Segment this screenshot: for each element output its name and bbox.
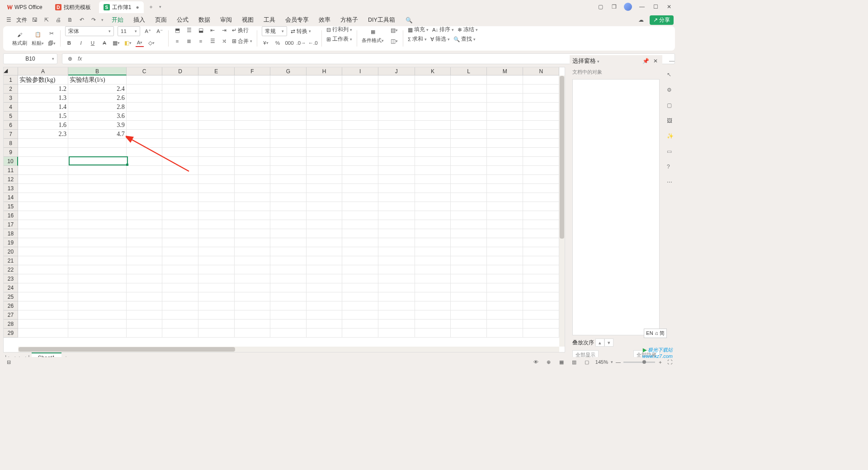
cell-H13[interactable] — [307, 184, 343, 193]
cell-K5[interactable] — [415, 112, 451, 121]
cell-G22[interactable] — [270, 265, 307, 274]
cell-A11[interactable] — [18, 166, 68, 175]
row-header-29[interactable]: 29 — [4, 329, 18, 338]
cell-D27[interactable] — [162, 310, 198, 320]
col-header-J[interactable]: J — [378, 67, 415, 75]
col-header-C[interactable]: C — [127, 67, 163, 75]
redo-icon[interactable]: ↷ — [90, 16, 98, 24]
row-header-8[interactable]: 8 — [4, 139, 18, 148]
cell-I6[interactable] — [342, 121, 378, 130]
cell-K4[interactable] — [415, 103, 451, 112]
close-pane-icon[interactable]: ✕ — [651, 57, 660, 65]
row-header-7[interactable]: 7 — [4, 130, 18, 139]
cell-K7[interactable] — [415, 130, 451, 139]
cell-H5[interactable] — [307, 112, 343, 121]
cell-F27[interactable] — [235, 310, 271, 320]
cell-D10[interactable] — [162, 157, 198, 166]
maximize-icon[interactable]: ☐ — [652, 3, 659, 10]
cell-I27[interactable] — [342, 310, 378, 320]
cell-G27[interactable] — [270, 310, 307, 320]
cell-F24[interactable] — [235, 283, 271, 292]
cell-N29[interactable] — [523, 329, 559, 338]
filter-button[interactable]: ∀ 筛选▾ — [430, 36, 450, 42]
select-tool-icon[interactable]: ↖ — [667, 71, 675, 80]
cell-K2[interactable] — [415, 85, 451, 94]
hamburger-icon[interactable]: ☰ — [5, 16, 13, 24]
cell-H25[interactable] — [307, 292, 343, 301]
cell-H6[interactable] — [307, 121, 343, 130]
cell-E2[interactable] — [198, 85, 235, 94]
cell-M21[interactable] — [487, 256, 524, 265]
row-header-5[interactable]: 5 — [4, 112, 18, 121]
cell-F17[interactable] — [235, 220, 271, 229]
select-all-corner[interactable]: ◢ — [4, 67, 18, 75]
cell-L13[interactable] — [451, 184, 487, 193]
cell-L5[interactable] — [451, 112, 487, 121]
cell-G18[interactable] — [270, 229, 307, 238]
cell-B28[interactable] — [68, 320, 127, 329]
cell-G25[interactable] — [270, 292, 307, 301]
cell-F16[interactable] — [235, 211, 271, 220]
cell-N18[interactable] — [523, 229, 559, 238]
cell-E23[interactable] — [198, 274, 235, 283]
cell-B29[interactable] — [68, 329, 127, 338]
cell-A12[interactable] — [18, 175, 68, 184]
cell-E13[interactable] — [198, 184, 235, 193]
cell-B12[interactable] — [68, 175, 127, 184]
cell-J20[interactable] — [378, 247, 415, 256]
cell-J4[interactable] — [378, 103, 415, 112]
cell-I17[interactable] — [342, 220, 378, 229]
view-break-icon[interactable]: ▢ — [583, 358, 591, 366]
cell-E25[interactable] — [198, 292, 235, 301]
cell-G7[interactable] — [270, 130, 307, 139]
col-header-G[interactable]: G — [270, 67, 307, 75]
cell-E18[interactable] — [198, 229, 235, 238]
cell-L14[interactable] — [451, 193, 487, 202]
cell-D8[interactable] — [162, 139, 198, 148]
cell-I23[interactable] — [342, 274, 378, 283]
cell-D20[interactable] — [162, 247, 198, 256]
cell-I28[interactable] — [342, 320, 378, 329]
cell-E11[interactable] — [198, 166, 235, 175]
row-header-3[interactable]: 3 — [4, 94, 18, 103]
menu-member[interactable]: 会员专享 — [285, 16, 309, 24]
cell-M15[interactable] — [487, 202, 524, 211]
cell-D24[interactable] — [162, 283, 198, 292]
cell-L27[interactable] — [451, 310, 487, 320]
cell-C11[interactable] — [127, 166, 163, 175]
cell-F18[interactable] — [235, 229, 271, 238]
row-header-14[interactable]: 14 — [4, 193, 18, 202]
cell-M13[interactable] — [487, 184, 524, 193]
cell-H26[interactable] — [307, 301, 343, 310]
cell-M3[interactable] — [487, 94, 524, 103]
cell-I14[interactable] — [342, 193, 378, 202]
cell-D7[interactable] — [162, 130, 198, 139]
cell-L23[interactable] — [451, 274, 487, 283]
cell-A29[interactable] — [18, 329, 68, 338]
cell-F15[interactable] — [235, 202, 271, 211]
cell-N10[interactable] — [523, 157, 559, 166]
cell-E4[interactable] — [198, 103, 235, 112]
row-header-6[interactable]: 6 — [4, 121, 18, 130]
cell-B26[interactable] — [68, 301, 127, 310]
cell-H15[interactable] — [307, 202, 343, 211]
cell-K19[interactable] — [415, 238, 451, 247]
cell-L10[interactable] — [451, 157, 487, 166]
cell-F14[interactable] — [235, 193, 271, 202]
cell-C7[interactable] — [127, 130, 163, 139]
cell-M28[interactable] — [487, 320, 524, 329]
dec-decimal-icon[interactable]: ←.0 — [309, 39, 317, 47]
cell-J9[interactable] — [378, 148, 415, 157]
row-header-25[interactable]: 25 — [4, 292, 18, 301]
cell-C19[interactable] — [127, 238, 163, 247]
orientation-icon[interactable]: ⤭ — [220, 37, 228, 45]
tab-menu-button[interactable]: ▾ — [156, 5, 164, 9]
cell-A23[interactable] — [18, 274, 68, 283]
indent-inc-icon[interactable]: ⇥ — [220, 26, 228, 34]
col-header-M[interactable]: M — [487, 67, 524, 75]
row-header-15[interactable]: 15 — [4, 202, 18, 211]
cell-B25[interactable] — [68, 292, 127, 301]
cell-style-icon[interactable]: ◫▾ — [390, 37, 398, 45]
row-header-21[interactable]: 21 — [4, 256, 18, 265]
cell-E5[interactable] — [198, 112, 235, 121]
